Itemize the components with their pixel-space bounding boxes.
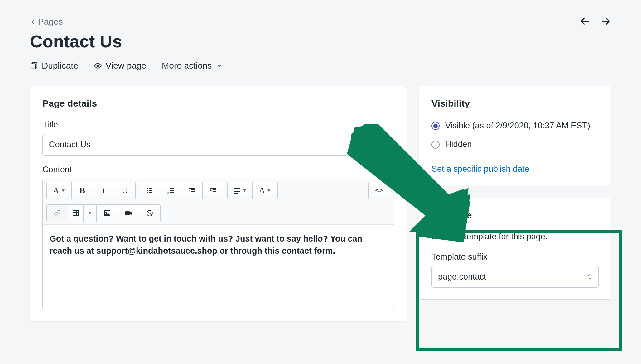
svg-rect-3 [149,188,152,189]
align-button[interactable]: ▼ [228,182,253,199]
html-button[interactable]: <> [369,182,390,199]
visibility-card: Visibility Visible (as of 2/9/2020, 10:3… [419,86,611,186]
indent-icon [210,187,217,194]
caret-down-icon [215,62,224,70]
page-details-heading: Page details [42,98,394,109]
video-button[interactable] [118,205,139,222]
prev-page-button[interactable] [579,16,590,28]
svg-point-2 [147,188,148,189]
cancel-icon [146,209,153,217]
svg-rect-25 [234,193,238,194]
eye-icon [94,62,102,70]
svg-rect-15 [191,189,195,190]
more-actions-button[interactable]: More actions [162,61,224,71]
svg-rect-16 [191,191,195,192]
svg-point-6 [147,192,148,193]
arrow-left-icon [579,16,590,27]
font-style-button[interactable]: A ▼ [47,182,72,199]
svg-rect-14 [189,188,195,189]
visibility-hidden-option[interactable]: Hidden [431,139,599,151]
visibility-heading: Visibility [431,98,599,109]
caret-down-icon: ▼ [267,188,271,193]
svg-rect-24 [234,191,240,192]
table-caret[interactable]: ▼ [84,205,97,222]
template-suffix-select[interactable]: page.contact [431,266,599,288]
numbered-list-icon: 123 [167,187,175,194]
radio-selected-icon [431,122,440,130]
svg-rect-19 [213,189,216,190]
clear-format-button[interactable] [139,205,160,222]
svg-text:2: 2 [167,189,169,192]
bullet-list-icon [146,187,153,194]
radio-icon [431,141,440,149]
outdent-icon [188,187,196,194]
svg-rect-11 [170,190,174,191]
table-icon [72,209,80,217]
duplicate-icon [30,62,38,70]
svg-rect-0 [31,64,35,69]
svg-rect-20 [213,191,216,192]
svg-text:3: 3 [167,192,169,194]
content-editor[interactable]: Got a question? Want to get in touch wit… [43,225,394,309]
page-details-card: Page details Title Content A ▼ [30,86,407,321]
image-button[interactable] [97,205,118,222]
svg-point-4 [147,190,148,191]
caret-down-icon: ▼ [243,188,247,193]
svg-rect-7 [149,192,152,193]
content-label: Content [42,165,394,175]
svg-point-1 [97,65,99,67]
indent-button[interactable] [203,182,224,199]
svg-rect-23 [234,190,238,190]
outdent-button[interactable] [181,182,203,199]
image-icon [104,209,111,217]
svg-rect-26 [73,211,79,216]
template-help-text: Select a template for this page. [431,232,599,242]
visibility-visible-option[interactable]: Visible (as of 2/9/2020, 10:37 AM EST) [431,120,599,132]
text-color-button[interactable]: A ▼ [253,182,277,199]
italic-button[interactable]: I [93,182,114,199]
svg-rect-9 [170,188,174,189]
svg-rect-5 [149,190,152,191]
bold-button[interactable]: B [72,182,93,199]
svg-point-28 [105,212,107,213]
svg-rect-17 [189,193,195,193]
breadcrumb-label: Pages [38,17,63,27]
next-page-button[interactable] [600,16,611,28]
caret-down-icon: ▼ [88,211,92,216]
template-suffix-label: Template suffix [431,252,599,262]
underline-button[interactable]: U [114,182,135,199]
chevron-left-icon [30,19,36,25]
page-title: Contact Us [30,31,611,51]
rich-text-editor: A ▼ B I U [42,179,394,309]
template-card: Template Select a template for this page… [419,198,611,299]
link-button[interactable] [47,205,68,222]
breadcrumb-back[interactable]: Pages [30,17,63,27]
template-heading: Template [431,210,599,221]
arrow-right-icon [600,16,611,27]
align-left-icon [233,187,241,194]
caret-down-icon: ▼ [61,188,65,193]
table-button[interactable] [68,205,84,222]
svg-rect-22 [234,188,240,189]
svg-text:1: 1 [167,187,169,189]
video-icon [125,209,132,217]
title-label: Title [42,120,394,130]
numbered-list-button[interactable]: 123 [160,182,181,199]
view-page-button[interactable]: View page [94,61,146,71]
title-input[interactable] [42,134,394,156]
set-publish-date-link[interactable]: Set a specific publish date [431,164,529,174]
bullet-list-button[interactable] [139,182,160,199]
duplicate-button[interactable]: Duplicate [30,61,78,71]
svg-rect-29 [125,211,130,215]
link-icon [54,209,61,217]
svg-rect-18 [210,188,216,189]
svg-rect-21 [210,193,216,193]
svg-rect-13 [170,192,174,193]
